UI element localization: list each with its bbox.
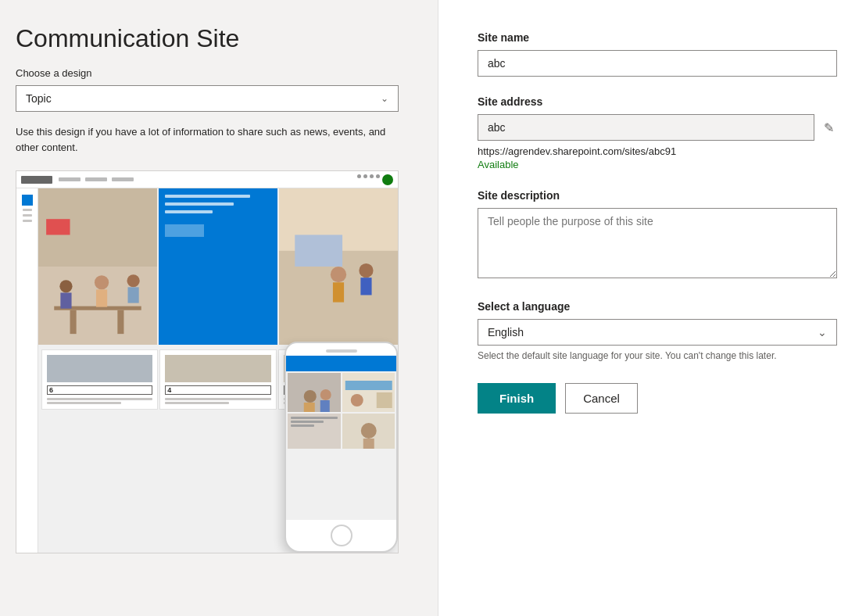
svg-point-26 xyxy=(350,394,363,406)
preview-sidebar xyxy=(16,188,38,553)
preview-card-number: 4 xyxy=(165,385,270,395)
chevron-down-icon: ⌄ xyxy=(818,326,827,338)
preview-card-line xyxy=(47,402,121,404)
preview-cell-blue xyxy=(159,188,277,345)
phone-mockup xyxy=(284,342,398,553)
site-url: https://agrendev.sharepoint.com/sites/ab… xyxy=(478,145,837,157)
svg-point-9 xyxy=(127,275,139,288)
site-name-group: Site name xyxy=(478,31,837,77)
preview-card-img xyxy=(165,355,270,382)
language-selected-value: English xyxy=(488,326,524,338)
preview-card-img xyxy=(47,355,152,382)
svg-point-29 xyxy=(360,423,376,439)
preview-card-number: 6 xyxy=(47,385,152,395)
svg-point-14 xyxy=(331,267,346,282)
site-name-label: Site name xyxy=(478,31,837,44)
preview-card-line xyxy=(47,398,152,400)
svg-point-22 xyxy=(320,389,331,400)
svg-rect-10 xyxy=(128,288,139,303)
page-title: Communication Site xyxy=(16,23,414,53)
preview-blue-line xyxy=(165,195,250,198)
preview-nav-item xyxy=(112,177,134,181)
svg-rect-6 xyxy=(60,293,71,309)
phone-speaker xyxy=(326,349,357,353)
site-description-label: Site description xyxy=(478,189,837,202)
preview-sidebar-item xyxy=(23,220,32,222)
right-panel: Site name Site address ✎ https://agrende… xyxy=(438,0,866,616)
language-group: Select a language English ⌄ Select the d… xyxy=(478,300,837,361)
edit-icon[interactable]: ✎ xyxy=(821,117,837,138)
preview-blue-line xyxy=(165,202,234,206)
preview-icon-dot xyxy=(363,174,367,178)
preview-card-line xyxy=(165,402,228,404)
svg-rect-27 xyxy=(376,392,392,408)
preview-content: 6 4 xyxy=(16,188,398,553)
phone-card-alt xyxy=(342,414,395,449)
site-address-wrapper: ✎ xyxy=(478,114,837,141)
svg-point-5 xyxy=(59,281,72,293)
svg-rect-15 xyxy=(333,283,344,303)
site-name-input[interactable] xyxy=(478,50,837,77)
phone-content-grid xyxy=(286,371,396,450)
svg-point-20 xyxy=(304,390,317,403)
language-dropdown[interactable]: English ⌄ xyxy=(478,319,837,346)
preview-cell-office-left xyxy=(38,188,157,345)
design-selected-value: Topic xyxy=(26,92,52,105)
preview-icon-dot xyxy=(376,174,380,178)
preview-sidebar-item xyxy=(23,209,32,211)
phone-card-text xyxy=(288,414,341,449)
site-description-textarea[interactable] xyxy=(478,208,837,278)
phone-screen xyxy=(286,356,396,520)
preview-icon-dot xyxy=(357,174,361,178)
design-description: Use this design if you have a lot of inf… xyxy=(16,124,399,155)
preview-icons xyxy=(357,174,393,185)
svg-rect-8 xyxy=(96,290,107,307)
preview-topbar xyxy=(16,171,398,188)
svg-rect-21 xyxy=(304,403,315,412)
button-group: Finish Cancel xyxy=(478,383,837,414)
preview-nav-item xyxy=(85,177,107,181)
preview-sidebar-item xyxy=(23,214,32,217)
svg-rect-11 xyxy=(46,220,70,235)
finish-button[interactable]: Finish xyxy=(478,383,556,414)
preview-card-lines: 4 xyxy=(165,385,270,404)
preview-top-grid xyxy=(38,188,398,345)
phone-screen-top xyxy=(286,356,396,371)
preview-nav xyxy=(59,177,351,181)
svg-rect-17 xyxy=(360,278,371,295)
preview-blue-line xyxy=(165,210,213,213)
svg-rect-25 xyxy=(345,381,392,390)
preview-cell-office-right xyxy=(279,188,398,345)
phone-home-button xyxy=(331,525,352,546)
phone-card-light xyxy=(342,373,395,412)
preview-avatar-dot xyxy=(382,174,393,185)
preview-card-line xyxy=(165,398,270,400)
site-address-group: Site address ✎ https://agrendev.sharepoi… xyxy=(478,95,837,170)
preview-card-2: 4 xyxy=(159,349,276,410)
site-available-status: Available xyxy=(478,159,837,170)
site-address-input xyxy=(478,114,814,141)
preview-blue-btn xyxy=(165,224,204,237)
preview-card-lines: 6 xyxy=(47,385,152,404)
svg-rect-30 xyxy=(363,439,374,449)
design-preview: 6 4 xyxy=(16,170,399,553)
chevron-down-icon: ⌄ xyxy=(381,93,388,104)
svg-rect-23 xyxy=(320,400,330,412)
choose-design-label: Choose a design xyxy=(16,67,414,79)
preview-blue-content xyxy=(159,188,277,243)
svg-point-16 xyxy=(359,263,373,278)
cancel-button[interactable]: Cancel xyxy=(565,383,638,414)
left-panel: Communication Site Choose a design Topic… xyxy=(0,0,438,616)
language-label: Select a language xyxy=(478,300,837,313)
preview-icon-dot xyxy=(370,174,374,178)
preview-nav-item xyxy=(59,177,81,181)
language-help-text: Select the default site language for you… xyxy=(478,350,837,361)
svg-rect-4 xyxy=(117,310,123,334)
site-address-label: Site address xyxy=(478,95,837,108)
site-description-group: Site description xyxy=(478,189,837,281)
preview-main-area: 6 4 xyxy=(38,188,398,553)
preview-logo xyxy=(21,176,52,184)
svg-point-7 xyxy=(95,276,109,290)
preview-sidebar-logo xyxy=(22,195,33,206)
design-dropdown[interactable]: Topic ⌄ xyxy=(16,85,399,112)
